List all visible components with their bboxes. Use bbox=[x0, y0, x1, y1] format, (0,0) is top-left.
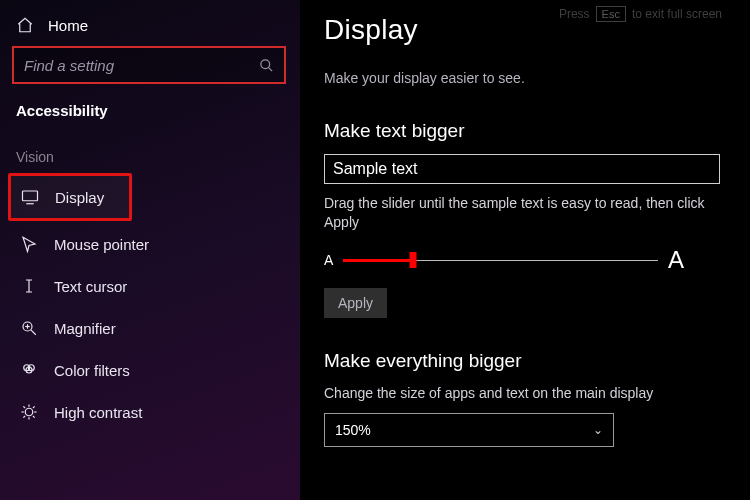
magnifier-icon bbox=[20, 319, 38, 337]
sidebar-item-high-contrast[interactable]: High contrast bbox=[10, 391, 288, 433]
sidebar-item-label: Mouse pointer bbox=[54, 236, 149, 253]
sidebar-item-display[interactable]: Display bbox=[11, 176, 129, 218]
slider-hint: Drag the slider until the sample text is… bbox=[324, 194, 720, 232]
category-title: Accessibility bbox=[10, 98, 288, 139]
slider-min-label: A bbox=[324, 252, 333, 268]
svg-rect-2 bbox=[23, 191, 38, 201]
svg-line-20 bbox=[33, 406, 35, 408]
sidebar-item-color-filters[interactable]: Color filters bbox=[10, 349, 288, 391]
scale-hint: Change the size of apps and text on the … bbox=[324, 384, 720, 403]
sidebar: Home Accessibility Vision Display Mouse bbox=[0, 0, 300, 500]
text-cursor-icon bbox=[20, 277, 38, 295]
main-panel: Press Esc to exit full screen Display Ma… bbox=[300, 0, 750, 500]
section-make-text-bigger: Make text bigger bbox=[324, 120, 722, 142]
svg-line-17 bbox=[23, 406, 25, 408]
scale-dropdown-value: 150% bbox=[335, 422, 371, 438]
page-subtitle: Make your display easier to see. bbox=[324, 70, 722, 86]
high-contrast-icon bbox=[20, 403, 38, 421]
color-filters-icon bbox=[20, 361, 38, 379]
sidebar-item-label: Color filters bbox=[54, 362, 130, 379]
text-size-slider[interactable] bbox=[343, 251, 658, 269]
section-make-everything-bigger: Make everything bigger bbox=[324, 350, 722, 372]
hint-press: Press bbox=[559, 7, 590, 21]
svg-line-1 bbox=[268, 67, 272, 71]
svg-line-19 bbox=[23, 416, 25, 418]
group-label-vision: Vision bbox=[10, 139, 288, 171]
sidebar-item-text-cursor[interactable]: Text cursor bbox=[10, 265, 288, 307]
sidebar-item-magnifier[interactable]: Magnifier bbox=[10, 307, 288, 349]
fullscreen-hint: Press Esc to exit full screen bbox=[559, 6, 722, 22]
svg-line-18 bbox=[33, 416, 35, 418]
sidebar-item-label: Display bbox=[55, 189, 104, 206]
sidebar-item-label: Text cursor bbox=[54, 278, 127, 295]
sample-text-box: Sample text bbox=[324, 154, 720, 184]
apply-button[interactable]: Apply bbox=[324, 288, 387, 318]
search-input-container[interactable] bbox=[12, 46, 286, 84]
home-icon bbox=[16, 16, 34, 34]
search-icon bbox=[259, 58, 274, 73]
scale-dropdown[interactable]: 150% ⌄ bbox=[324, 413, 614, 447]
home-label: Home bbox=[48, 17, 88, 34]
search-input[interactable] bbox=[24, 57, 259, 74]
svg-line-6 bbox=[31, 330, 36, 335]
svg-point-0 bbox=[261, 59, 270, 68]
monitor-icon bbox=[21, 188, 39, 206]
hint-rest: to exit full screen bbox=[632, 7, 722, 21]
sidebar-item-label: Magnifier bbox=[54, 320, 116, 337]
hint-key: Esc bbox=[596, 6, 626, 22]
sidebar-item-mouse-pointer[interactable]: Mouse pointer bbox=[10, 223, 288, 265]
mouse-pointer-icon bbox=[20, 235, 38, 253]
sidebar-item-label: High contrast bbox=[54, 404, 142, 421]
chevron-down-icon: ⌄ bbox=[593, 423, 603, 437]
sidebar-item-home[interactable]: Home bbox=[10, 10, 288, 46]
slider-max-label: A bbox=[668, 246, 684, 274]
text-size-slider-row: A A bbox=[324, 246, 684, 274]
svg-point-12 bbox=[25, 408, 33, 416]
